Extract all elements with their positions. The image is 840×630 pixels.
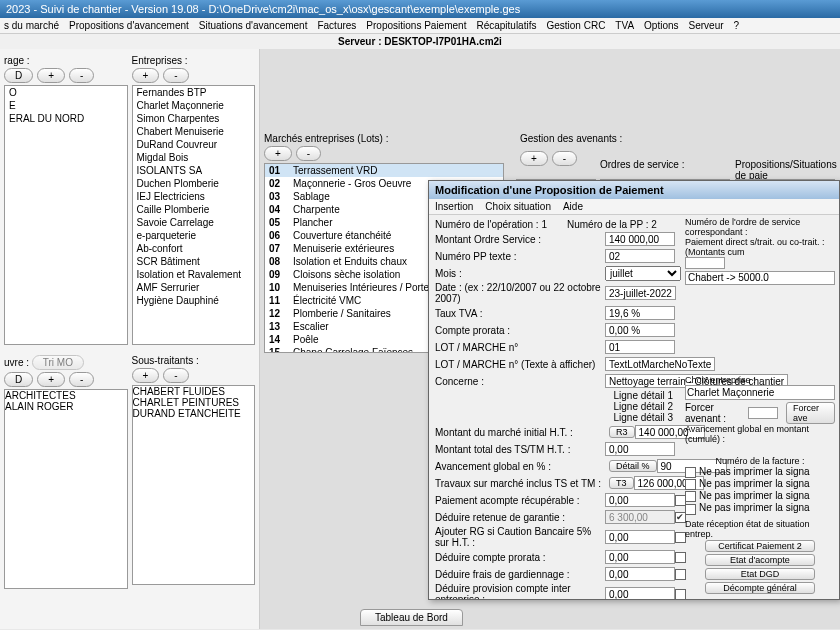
force-label: Forcer avenant : <box>685 402 744 424</box>
minus-button-2[interactable]: - <box>163 68 188 83</box>
d-button-2[interactable]: D <box>4 372 33 387</box>
tableau-tab[interactable]: Tableau de Bord <box>360 609 463 626</box>
force-button[interactable]: Forcer ave <box>786 402 835 424</box>
props-label: Propositions/Situations de paie <box>735 159 840 181</box>
modal-proposition: Modification d'une Proposition de Paieme… <box>428 180 840 600</box>
list-item[interactable]: Duchen Plomberie <box>133 177 255 190</box>
list-item[interactable]: Charlet Maçonnerie <box>133 99 255 112</box>
list-item[interactable]: Migdal Bois <box>133 151 255 164</box>
chabert-val: Chabert -> 5000.0 <box>685 271 835 285</box>
cert-button[interactable]: Etat DGD <box>705 568 815 580</box>
menu-item[interactable]: Récapitulatifs <box>476 20 536 31</box>
list-item[interactable]: Caille Plomberie <box>133 203 255 216</box>
entreprises-list[interactable]: Fernandes BTPCharlet MaçonnerieSimon Cha… <box>132 85 256 345</box>
list-item[interactable]: Simon Charpentes <box>133 112 255 125</box>
trimo-button: Tri MO <box>32 355 84 370</box>
menu-item[interactable]: ? <box>734 20 740 31</box>
avenants-label: Gestion des avenants : <box>520 133 622 144</box>
list-item[interactable]: SCR Bâtiment <box>133 255 255 268</box>
force-input[interactable] <box>748 407 778 419</box>
menu-item[interactable]: s du marché <box>4 20 59 31</box>
list-item[interactable]: ALAIN ROGER <box>5 401 127 412</box>
av-minus[interactable]: - <box>552 151 577 166</box>
list-item[interactable]: CHARLET PEINTURES <box>133 397 255 408</box>
main-menu: s du marchéPropositions d'avancementSitu… <box>0 18 840 34</box>
cert-button[interactable]: Certificat Paiement 2 <box>705 540 815 552</box>
daterecep-label: Date réception état de situation entrep. <box>685 519 835 539</box>
modal-right-col: Numéro de l'ordre de service corresponda… <box>685 217 835 595</box>
list-item[interactable]: Isolation et Ravalement <box>133 268 255 281</box>
menu-item[interactable]: Serveur <box>689 20 724 31</box>
list-item[interactable]: ERAL DU NORD <box>5 112 127 125</box>
plus-button-4[interactable]: + <box>132 368 160 383</box>
list-item[interactable]: Savoie Carrelage <box>133 216 255 229</box>
cert-button[interactable]: Décompte général <box>705 582 815 594</box>
plus-button-2[interactable]: + <box>132 68 160 83</box>
ouvrage-list[interactable]: OEERAL DU NORD <box>4 85 128 345</box>
menu-item[interactable]: TVA <box>615 20 634 31</box>
modal-menu-item[interactable]: Aide <box>563 201 583 212</box>
list-item[interactable]: ISOLANTS SA <box>133 164 255 177</box>
entreprises-label: Entreprises : <box>132 55 256 66</box>
lot-row[interactable]: 01Terrassement VRD <box>265 164 503 177</box>
plus-button-3[interactable]: + <box>37 372 65 387</box>
list-item[interactable]: Chabert Menuiserie <box>133 125 255 138</box>
num-pp: Numéro de la PP : 2 <box>567 219 657 230</box>
paie-label: Paiement direct s/trait. ou co-trait. : … <box>685 237 835 257</box>
menu-item[interactable]: Options <box>644 20 678 31</box>
plus-button[interactable]: + <box>37 68 65 83</box>
minus-button[interactable]: - <box>69 68 94 83</box>
menu-item[interactable]: Propositions Paiement <box>366 20 466 31</box>
lots-minus[interactable]: - <box>296 146 321 161</box>
minus-button-3[interactable]: - <box>69 372 94 387</box>
avglob-label: Avancement global en montant (cumulé) : <box>685 424 835 444</box>
list-item[interactable]: DURAND ETANCHEITE <box>133 408 255 419</box>
modal-title: Modification d'une Proposition de Paieme… <box>429 181 839 199</box>
d-button[interactable]: D <box>4 68 33 83</box>
uvre-label: uvre : Tri MO <box>4 355 128 370</box>
modal-menu-item[interactable]: Choix situation <box>485 201 551 212</box>
ordres-label: Ordres de service : <box>600 159 684 170</box>
list-item[interactable]: CHABERT FLUIDES <box>133 386 255 397</box>
list-item[interactable]: Fernandes BTP <box>133 86 255 99</box>
list-item[interactable]: Hygiène Dauphiné <box>133 294 255 307</box>
numfac-label: Numéro de la facture : <box>685 456 835 466</box>
num-op: Numéro de l'opération : 1 <box>435 219 547 230</box>
lots-label: Marchés entreprises (Lots) : <box>264 133 504 144</box>
ordre-corr-label: Numéro de l'ordre de service corresponda… <box>685 217 835 237</box>
left-pane: rage : D + - OEERAL DU NORD Entreprises … <box>0 49 260 629</box>
menu-item[interactable]: Propositions d'avancement <box>69 20 189 31</box>
list-item[interactable]: Ab-confort <box>133 242 255 255</box>
menu-item[interactable]: Gestion CRC <box>546 20 605 31</box>
paie-input[interactable] <box>685 257 725 269</box>
ouvrage-label: rage : <box>4 55 128 66</box>
menu-item[interactable]: Situations d'avancement <box>199 20 308 31</box>
list-item[interactable]: O <box>5 86 127 99</box>
list-item[interactable]: IEJ Electriciens <box>133 190 255 203</box>
av-plus[interactable]: + <box>520 151 548 166</box>
menu-item[interactable]: Factures <box>317 20 356 31</box>
list-item[interactable]: E <box>5 99 127 112</box>
list-item[interactable]: ARCHITECTES <box>5 390 127 401</box>
titlebar: 2023 - Suivi de chantier - Version 19.08… <box>0 0 840 18</box>
list-item[interactable]: AMF Serrurier <box>133 281 255 294</box>
list-item[interactable]: DuRand Couvreur <box>133 138 255 151</box>
choix-val[interactable]: Charlet Maçonnerie <box>685 385 835 400</box>
cert-button[interactable]: Etat d'acompte <box>705 554 815 566</box>
minus-button-4[interactable]: - <box>163 368 188 383</box>
list-item[interactable]: e-parqueterie <box>133 229 255 242</box>
lots-plus[interactable]: + <box>264 146 292 161</box>
server-line: Serveur : DESKTOP-I7P01HA.cm2i <box>0 34 840 49</box>
choix-label: Choix entreprise : <box>685 375 835 385</box>
moe-list[interactable]: ARCHITECTESALAIN ROGER <box>4 389 128 589</box>
sous-list[interactable]: CHABERT FLUIDESCHARLET PEINTURESDURAND E… <box>132 385 256 585</box>
sous-label: Sous-traitants : <box>132 355 256 366</box>
modal-menu: InsertionChoix situationAide <box>429 199 839 215</box>
modal-menu-item[interactable]: Insertion <box>435 201 473 212</box>
